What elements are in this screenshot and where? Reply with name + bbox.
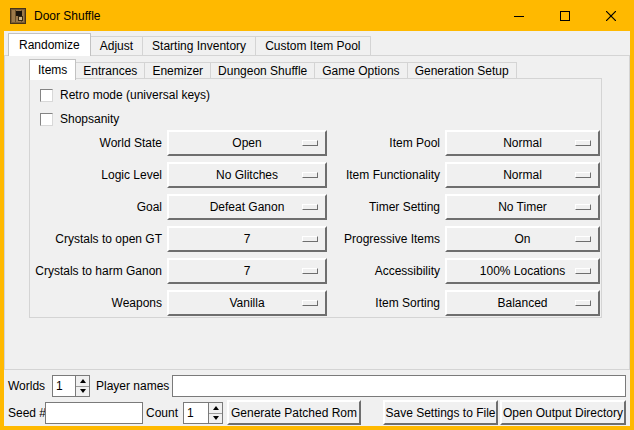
player-names-input[interactable] bbox=[172, 375, 626, 397]
dropdown-indicator-icon bbox=[575, 268, 591, 274]
tab-starting-inventory[interactable]: Starting Inventory bbox=[143, 36, 256, 55]
subtab-items[interactable]: Items bbox=[29, 59, 76, 80]
dropdown-indicator-icon bbox=[575, 204, 591, 210]
logic-level-label: Logic Level bbox=[30, 168, 162, 182]
shopsanity-row: Shopsanity bbox=[40, 112, 119, 126]
subtab-enemizer[interactable]: Enemizer bbox=[145, 62, 211, 78]
crystals-gt-label: Crystals to open GT bbox=[30, 232, 162, 246]
maximize-button[interactable] bbox=[542, 0, 588, 31]
spin-up-button[interactable] bbox=[76, 376, 89, 387]
arrow-down-icon bbox=[80, 389, 86, 393]
title-bar: Door Shuffle bbox=[0, 0, 634, 31]
seed-input[interactable] bbox=[45, 402, 143, 424]
retro-mode-checkbox[interactable] bbox=[40, 89, 53, 102]
window-title: Door Shuffle bbox=[34, 9, 101, 23]
goal-label: Goal bbox=[30, 200, 162, 214]
tab-randomize[interactable]: Randomize bbox=[8, 33, 91, 56]
count-spin-buttons bbox=[208, 403, 222, 423]
item-pool-label: Item Pool bbox=[327, 136, 440, 150]
accessibility-dropdown[interactable]: 100% Locations bbox=[445, 258, 600, 284]
spin-up-button[interactable] bbox=[209, 403, 222, 414]
item-functionality-dropdown[interactable]: Normal bbox=[445, 162, 600, 188]
dropdown-indicator-icon bbox=[575, 300, 591, 306]
dropdown-indicator-icon bbox=[302, 204, 318, 210]
arrow-up-icon bbox=[213, 406, 219, 410]
dropdown-indicator-icon bbox=[575, 172, 591, 178]
worlds-spin-buttons bbox=[75, 376, 89, 396]
close-button[interactable] bbox=[588, 0, 634, 31]
dropdown-indicator-icon bbox=[302, 268, 318, 274]
subtab-dungeon-shuffle[interactable]: Dungeon Shuffle bbox=[211, 62, 315, 78]
dropdown-indicator-icon bbox=[302, 236, 318, 242]
maximize-icon bbox=[560, 11, 570, 21]
progressive-items-dropdown[interactable]: On bbox=[445, 226, 600, 252]
dropdown-indicator-icon bbox=[302, 172, 318, 178]
settings-tabbar: Items Entrances Enemizer Dungeon Shuffle… bbox=[29, 59, 517, 79]
app-window: Door Shuffle Randomize Adjust Starting I… bbox=[0, 0, 634, 430]
dropdown-indicator-icon bbox=[302, 140, 318, 146]
count-input[interactable] bbox=[184, 403, 208, 423]
count-label: Count bbox=[146, 406, 178, 420]
arrow-up-icon bbox=[80, 379, 86, 383]
item-functionality-label: Item Functionality bbox=[327, 168, 440, 182]
weapons-dropdown[interactable]: Vanilla bbox=[167, 290, 327, 316]
client-area: Randomize Adjust Starting Inventory Cust… bbox=[4, 31, 630, 426]
dropdown-indicator-icon bbox=[575, 236, 591, 242]
accessibility-label: Accessibility bbox=[327, 264, 440, 278]
dropdown-indicator-icon bbox=[302, 300, 318, 306]
spin-down-button[interactable] bbox=[76, 387, 89, 397]
generate-rom-button[interactable]: Generate Patched Rom bbox=[227, 400, 361, 425]
world-state-label: World State bbox=[30, 136, 162, 150]
minimize-icon bbox=[514, 11, 524, 21]
subtab-entrances[interactable]: Entrances bbox=[76, 62, 145, 78]
item-sorting-dropdown[interactable]: Balanced bbox=[445, 290, 600, 316]
items-pane: Retro mode (universal keys) Shopsanity W… bbox=[29, 78, 602, 318]
progressive-items-label: Progressive Items bbox=[327, 232, 440, 246]
timer-setting-label: Timer Setting bbox=[327, 200, 440, 214]
spin-down-button[interactable] bbox=[209, 414, 222, 424]
crystals-ganon-label: Crystals to harm Ganon bbox=[30, 264, 162, 278]
minimize-button[interactable] bbox=[496, 0, 542, 31]
subtab-game-options[interactable]: Game Options bbox=[315, 62, 407, 78]
subtab-generation-setup[interactable]: Generation Setup bbox=[408, 62, 517, 78]
door-icon bbox=[10, 8, 26, 24]
retro-mode-row: Retro mode (universal keys) bbox=[40, 88, 210, 102]
weapons-label: Weapons bbox=[30, 296, 162, 310]
shopsanity-label: Shopsanity bbox=[60, 112, 119, 126]
player-names-label: Player names bbox=[96, 379, 169, 393]
worlds-spinbox bbox=[52, 375, 90, 397]
worlds-input[interactable] bbox=[53, 376, 75, 396]
item-pool-dropdown[interactable]: Normal bbox=[445, 130, 600, 156]
dropdown-indicator-icon bbox=[575, 140, 591, 146]
goal-dropdown[interactable]: Defeat Ganon bbox=[167, 194, 327, 220]
crystals-ganon-dropdown[interactable]: 7 bbox=[167, 258, 327, 284]
world-state-dropdown[interactable]: Open bbox=[167, 130, 327, 156]
shopsanity-checkbox[interactable] bbox=[40, 113, 53, 126]
save-settings-button[interactable]: Save Settings to File bbox=[383, 400, 498, 425]
timer-setting-dropdown[interactable]: No Timer bbox=[445, 194, 600, 220]
worlds-label: Worlds bbox=[8, 379, 45, 393]
arrow-down-icon bbox=[213, 416, 219, 420]
window-controls bbox=[496, 0, 634, 31]
tab-adjust[interactable]: Adjust bbox=[91, 36, 143, 55]
close-icon bbox=[606, 11, 616, 21]
logic-level-dropdown[interactable]: No Glitches bbox=[167, 162, 327, 188]
main-tabbar: Randomize Adjust Starting Inventory Cust… bbox=[8, 33, 371, 55]
item-sorting-label: Item Sorting bbox=[327, 296, 440, 310]
retro-mode-label: Retro mode (universal keys) bbox=[60, 88, 210, 102]
tab-custom-item-pool[interactable]: Custom Item Pool bbox=[256, 36, 370, 55]
randomize-pane: Items Entrances Enemizer Dungeon Shuffle… bbox=[4, 55, 630, 370]
crystals-gt-dropdown[interactable]: 7 bbox=[167, 226, 327, 252]
count-spinbox bbox=[183, 402, 223, 424]
seed-label: Seed # bbox=[8, 406, 46, 420]
open-output-button[interactable]: Open Output Directory bbox=[500, 400, 626, 425]
